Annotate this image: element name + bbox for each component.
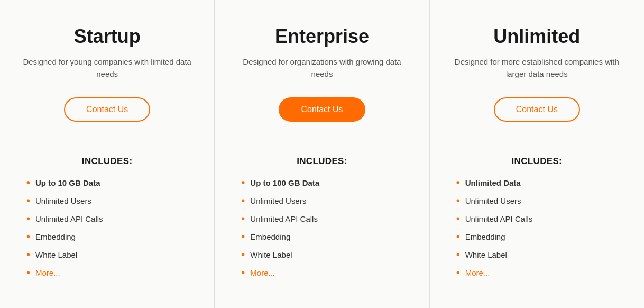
contact-button-enterprise[interactable]: Contact Us <box>279 97 365 122</box>
features-list-enterprise: Up to 100 GB DataUnlimited UsersUnlimite… <box>236 177 408 285</box>
feature-item-enterprise-3: Embedding <box>241 231 408 242</box>
feature-item-startup-3: Embedding <box>26 231 193 242</box>
includes-title-enterprise: INCLUDES: <box>297 156 347 167</box>
divider-enterprise <box>236 141 408 141</box>
includes-title-unlimited: INCLUDES: <box>512 156 563 167</box>
features-list-startup: Up to 10 GB DataUnlimited UsersUnlimited… <box>21 177 193 285</box>
feature-item-enterprise-5[interactable]: More... <box>241 267 408 278</box>
pricing-card-startup: StartupDesigned for young companies with… <box>0 0 215 308</box>
plan-description-unlimited: Designed for more established companies … <box>451 56 623 83</box>
feature-item-unlimited-2: Unlimited API Calls <box>456 213 623 224</box>
plan-name-unlimited: Unlimited <box>493 25 580 48</box>
feature-item-startup-5[interactable]: More... <box>26 267 193 278</box>
feature-item-startup-2: Unlimited API Calls <box>26 213 193 224</box>
feature-item-unlimited-1: Unlimited Users <box>456 195 623 206</box>
plan-description-startup: Designed for young companies with limite… <box>21 56 193 83</box>
divider-unlimited <box>451 141 623 141</box>
feature-item-unlimited-3: Embedding <box>456 231 623 242</box>
feature-item-startup-0: Up to 10 GB Data <box>26 177 193 188</box>
features-list-unlimited: Unlimited DataUnlimited UsersUnlimited A… <box>451 177 623 285</box>
feature-item-enterprise-4: White Label <box>241 249 408 260</box>
feature-item-enterprise-2: Unlimited API Calls <box>241 213 408 224</box>
contact-button-startup[interactable]: Contact Us <box>64 97 150 122</box>
feature-item-unlimited-4: White Label <box>456 249 623 260</box>
pricing-card-enterprise: EnterpriseDesigned for organizations wit… <box>215 0 429 308</box>
feature-item-startup-4: White Label <box>26 249 193 260</box>
feature-item-startup-1: Unlimited Users <box>26 195 193 206</box>
plan-description-enterprise: Designed for organizations with growing … <box>236 56 408 83</box>
feature-item-enterprise-1: Unlimited Users <box>241 195 408 206</box>
pricing-container: StartupDesigned for young companies with… <box>0 0 644 308</box>
feature-item-unlimited-5[interactable]: More... <box>456 267 623 278</box>
feature-item-enterprise-0: Up to 100 GB Data <box>241 177 408 188</box>
divider-startup <box>21 141 193 141</box>
contact-button-unlimited[interactable]: Contact Us <box>494 97 580 122</box>
plan-name-enterprise: Enterprise <box>275 25 369 48</box>
plan-name-startup: Startup <box>74 25 141 48</box>
pricing-card-unlimited: UnlimitedDesigned for more established c… <box>430 0 644 308</box>
feature-item-unlimited-0: Unlimited Data <box>456 177 623 188</box>
includes-title-startup: INCLUDES: <box>82 156 133 167</box>
